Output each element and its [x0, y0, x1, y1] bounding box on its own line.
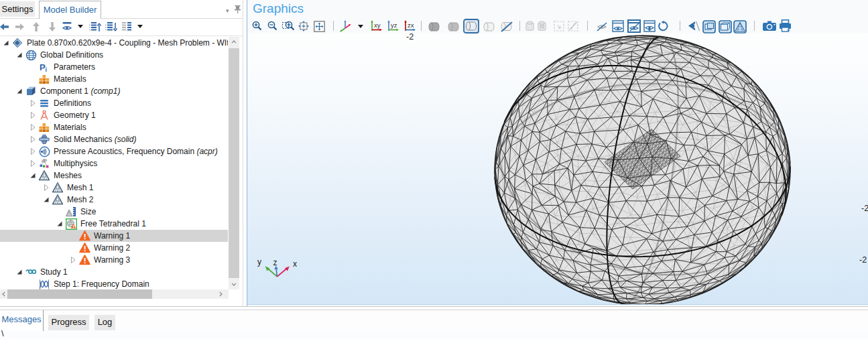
svg-text:i: i: [46, 66, 48, 72]
svg-text:y: y: [257, 257, 261, 267]
svg-text:yz: yz: [391, 21, 397, 29]
svg-text:x: x: [293, 259, 297, 269]
svg-text:z: z: [273, 258, 277, 267]
svg-text:zx: zx: [408, 21, 414, 29]
svg-text:xy: xy: [374, 21, 381, 29]
